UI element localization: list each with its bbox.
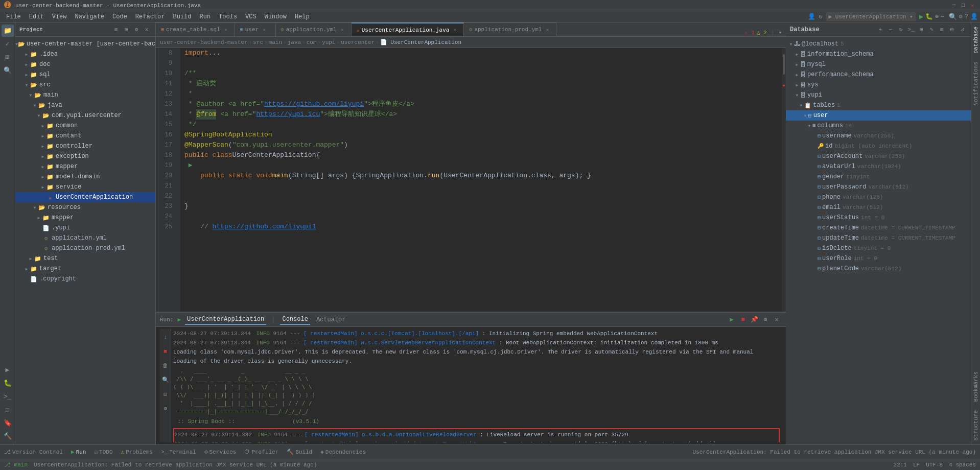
run-stop-btn[interactable]: ■ — [738, 315, 748, 325]
tree-item-com-yupi[interactable]: ▼ 📂 com.yupi.usercenter — [15, 110, 155, 121]
sidebar-commit-icon[interactable]: ✓ — [2, 38, 14, 50]
bottom-tool-problems[interactable]: ⚠ Problems — [121, 449, 153, 455]
toolbar-debug-btn[interactable]: 🐛 — [925, 13, 933, 20]
project-expand-btn[interactable]: ≡ — [111, 25, 121, 34]
tree-item-common[interactable]: ▶ 📁 common — [15, 121, 155, 131]
tree-item-sql[interactable]: ▶ 📁 sql — [15, 69, 155, 80]
tab-close-uca[interactable]: ✕ — [451, 27, 458, 34]
vtab-notifications[interactable]: Notifications — [971, 58, 981, 110]
menu-code[interactable]: Code — [108, 12, 131, 21]
tree-item-target[interactable]: ▶ 📁 target — [15, 264, 155, 274]
db-filter-btn[interactable]: ⊿ — [958, 25, 967, 34]
db-col-username[interactable]: ⊞ username varchar(256) — [786, 131, 971, 141]
minimize-button[interactable]: ─ — [950, 2, 958, 9]
db-col-userrole[interactable]: ⊞ userRole int = 0 — [786, 253, 971, 264]
toolbar-run-config-selector[interactable]: ▶ UserCenterApplication ▾ — [826, 12, 916, 21]
status-encoding[interactable]: UTF-8 — [926, 462, 943, 468]
menu-build[interactable]: Build — [169, 12, 195, 21]
db-col-userstatus[interactable]: ⊞ userStatus int = 0 — [786, 213, 971, 223]
breadcrumb-usercenter[interactable]: usercenter — [341, 39, 375, 45]
toolbar-settings-btn[interactable]: ⚙ — [959, 13, 963, 20]
breadcrumb-com[interactable]: com — [307, 39, 317, 45]
db-item-perf-schema[interactable]: ▶ 🗄 performance_schema — [786, 69, 971, 80]
db-item-mysql[interactable]: ▶ 🗄 mysql — [786, 59, 971, 69]
tree-item-controller[interactable]: ▶ 📁 controller — [15, 141, 155, 151]
db-edit-btn[interactable]: ✎ — [927, 25, 936, 34]
tab-close-user[interactable]: ✕ — [261, 26, 268, 33]
tab-app-prod-yml[interactable]: ⚙ application-prod.yml ✕ — [464, 22, 556, 36]
bottom-tool-todo[interactable]: ☑ TODO — [94, 449, 112, 455]
console-clear-icon[interactable]: 🗑 — [159, 360, 172, 372]
menu-refactor[interactable]: Refactor — [131, 12, 169, 21]
toolbar-search-btn[interactable]: 🔍 — [949, 13, 957, 21]
db-properties-btn[interactable]: ≡ — [937, 25, 946, 34]
console-scroll-end-icon[interactable]: ↓ — [159, 331, 172, 343]
bottom-tool-vc[interactable]: ⎇ Version Control — [4, 449, 63, 455]
menu-vcs[interactable]: VCS — [241, 12, 261, 21]
tree-item-yupi[interactable]: ▶ 📄 .yupi — [15, 223, 155, 233]
tree-item-app-yml[interactable]: ▶ ⚙ application.yml — [15, 233, 155, 243]
sidebar-structure-icon[interactable]: ⊞ — [2, 51, 14, 63]
console-stop-icon[interactable]: ■ — [159, 345, 172, 358]
run-pin-btn[interactable]: 📌 — [749, 315, 759, 325]
tree-item-service[interactable]: ▶ 📁 service — [15, 182, 155, 192]
bottom-tool-dependencies[interactable]: ◈ Dependencies — [320, 449, 366, 455]
console-filter-icon[interactable]: 🔍 — [159, 374, 172, 386]
db-table-btn[interactable]: ⊞ — [917, 25, 926, 34]
db-col-createtime[interactable]: ⊞ createTime datetime = CURRENT_TIMESTAM… — [786, 223, 971, 233]
db-item-user-table[interactable]: ▼ ⊞ user — [786, 110, 971, 121]
breadcrumb-yupi[interactable]: yupi — [322, 39, 335, 45]
code-area[interactable]: import ... /** * 启动类 * * @author <a href… — [180, 48, 782, 312]
sidebar-bookmark-icon[interactable]: 🔖 — [2, 417, 14, 429]
project-settings-btn[interactable]: ⚙ — [132, 25, 141, 34]
db-col-planetcode[interactable]: ⊞ planetCode varchar(512) — [786, 264, 971, 274]
run-close-btn[interactable]: ✕ — [772, 315, 782, 325]
tab-create-table-sql[interactable]: ⊞ create_table.sql ✕ — [156, 22, 235, 36]
tree-item-src[interactable]: ▼ 📂 src — [15, 80, 155, 90]
db-col-avatarurl[interactable]: ⊞ avatarUrl varchar(1024) — [786, 161, 971, 172]
sidebar-build-icon[interactable]: 🔨 — [2, 430, 14, 442]
sidebar-run-icon[interactable]: ▶ — [2, 364, 14, 376]
project-layout-btn[interactable]: ⊞ — [122, 25, 131, 34]
run-gutter-icon[interactable]: ▶ — [189, 160, 196, 171]
tab-console[interactable]: Console — [280, 315, 310, 325]
breadcrumb-java[interactable]: java — [288, 39, 301, 45]
breadcrumb-file[interactable]: 📄 UserCenterApplication — [380, 39, 461, 45]
db-col-email[interactable]: ⊞ email varchar(512) — [786, 202, 971, 213]
db-col-gender[interactable]: ⊞ gender tinyint — [786, 172, 971, 182]
menu-window[interactable]: Window — [261, 12, 291, 21]
tab-close-yml[interactable]: ✕ — [339, 26, 346, 33]
tree-item-usercenter-app[interactable]: ▶ ☕ UserCenterApplication — [15, 192, 155, 202]
tab-application-yml[interactable]: ⚙ application.yml ✕ — [276, 22, 352, 36]
db-minus-btn[interactable]: − — [886, 25, 895, 34]
menu-view[interactable]: View — [48, 12, 71, 21]
vtab-database[interactable]: Database — [971, 22, 981, 58]
tab-close-prod[interactable]: ✕ — [544, 26, 551, 33]
breadcrumb-main[interactable]: main — [269, 39, 282, 45]
db-item-info-schema[interactable]: ▶ 🗄 information_schema — [786, 49, 971, 59]
menu-run[interactable]: Run — [195, 12, 215, 21]
tree-root[interactable]: ▼ 📂 user-center-master [user-center-back… — [15, 39, 155, 49]
toolbar-sync-icon[interactable]: ↻ — [819, 13, 822, 20]
tree-item-idea[interactable]: ▶ 📁 .idea — [15, 49, 155, 59]
tree-item-app-prod-yml[interactable]: ▶ ⚙ application-prod.yml — [15, 243, 155, 253]
status-indent[interactable]: 4 spaces — [949, 462, 976, 468]
tree-item-resources-mapper[interactable]: ▶ 📁 mapper — [15, 213, 155, 223]
sidebar-debug-icon[interactable]: 🐛 — [2, 377, 14, 389]
tree-item-test[interactable]: ▶ 📁 test — [15, 253, 155, 264]
status-lf[interactable]: LF — [913, 462, 920, 468]
tree-item-java[interactable]: ▼ 📂 java — [15, 100, 155, 110]
project-close-btn[interactable]: ✕ — [142, 25, 151, 34]
menu-file[interactable]: File — [2, 12, 25, 21]
db-col-updatetime[interactable]: ⊞ updateTime datetime = CURRENT_TIMESTAM… — [786, 233, 971, 243]
sidebar-todo-icon[interactable]: ☑ — [2, 404, 14, 416]
toolbar-coverage-btn[interactable]: ⊕ — [935, 13, 939, 20]
status-position[interactable]: 22:1 — [894, 462, 907, 468]
tab-usercenter-app[interactable]: ☕ UserCenterApplication.java ✕ — [352, 22, 464, 36]
vtab-bookmarks[interactable]: Bookmarks — [971, 367, 981, 406]
sidebar-find-icon[interactable]: 🔍 — [2, 64, 14, 77]
breadcrumb-src[interactable]: src — [253, 39, 263, 45]
sidebar-terminal-icon[interactable]: >_ — [2, 390, 14, 403]
breadcrumb-root[interactable]: user-center-backend-master — [160, 39, 248, 45]
db-col-phone[interactable]: ⊞ phone varchar(128) — [786, 192, 971, 202]
